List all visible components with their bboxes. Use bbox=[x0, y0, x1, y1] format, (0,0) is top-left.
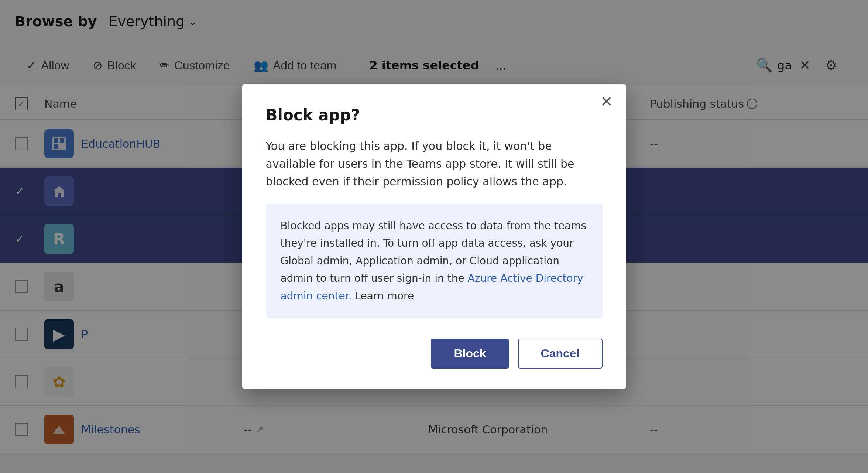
modal-title: Block app? bbox=[266, 106, 603, 124]
modal-learn-more: Learn more bbox=[352, 290, 414, 302]
cancel-button[interactable]: Cancel bbox=[518, 339, 603, 369]
modal-overlay: ✕ Block app? You are blocking this app. … bbox=[0, 0, 868, 473]
modal-body: You are blocking this app. If you block … bbox=[266, 137, 603, 191]
modal-info-box: Blocked apps may still have access to da… bbox=[266, 204, 603, 318]
block-app-modal: ✕ Block app? You are blocking this app. … bbox=[242, 84, 626, 390]
block-confirm-button[interactable]: Block bbox=[431, 339, 509, 369]
modal-actions: Block Cancel bbox=[266, 339, 603, 369]
modal-close-button[interactable]: ✕ bbox=[600, 94, 613, 109]
